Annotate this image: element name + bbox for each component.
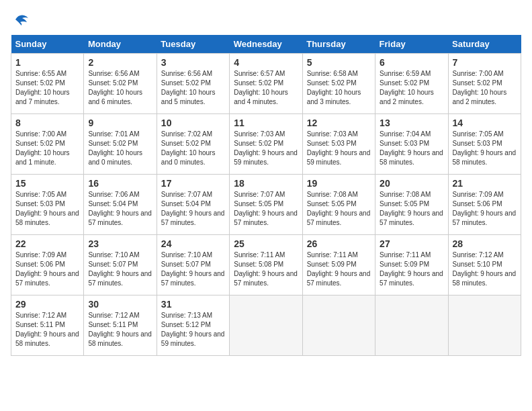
day-info: Sunrise: 7:11 AM Sunset: 5:09 PM Dayligh… <box>380 251 443 287</box>
day-info: Sunrise: 7:10 AM Sunset: 5:07 PM Dayligh… <box>161 251 225 287</box>
day-info: Sunrise: 7:00 AM Sunset: 5:02 PM Dayligh… <box>15 130 70 166</box>
day-number: 19 <box>307 178 371 189</box>
day-cell-30: 30 Sunrise: 7:12 AM Sunset: 5:11 PM Dayl… <box>84 295 157 356</box>
day-number: 4 <box>234 57 298 68</box>
day-number: 29 <box>15 299 79 310</box>
day-number: 17 <box>161 178 225 189</box>
day-number: 27 <box>380 238 443 249</box>
day-cell-22: 22 Sunrise: 7:09 AM Sunset: 5:06 PM Dayl… <box>11 235 84 295</box>
day-number: 15 <box>15 178 79 189</box>
day-info: Sunrise: 6:56 AM Sunset: 5:02 PM Dayligh… <box>88 70 142 105</box>
day-info: Sunrise: 7:07 AM Sunset: 5:04 PM Dayligh… <box>161 191 225 226</box>
day-number: 26 <box>307 238 371 249</box>
day-info: Sunrise: 7:07 AM Sunset: 5:05 PM Dayligh… <box>234 191 298 226</box>
day-number: 3 <box>161 57 225 68</box>
day-number: 30 <box>88 299 152 310</box>
day-cell-8: 8 Sunrise: 7:00 AM Sunset: 5:02 PM Dayli… <box>11 114 84 175</box>
day-cell-11: 11 Sunrise: 7:03 AM Sunset: 5:02 PM Dayl… <box>230 114 302 175</box>
day-header-monday: Monday <box>84 35 157 54</box>
page-header <box>11 11 521 27</box>
day-cell-10: 10 Sunrise: 7:02 AM Sunset: 5:02 PM Dayl… <box>157 114 229 175</box>
day-info: Sunrise: 7:03 AM Sunset: 5:02 PM Dayligh… <box>234 130 298 166</box>
day-info: Sunrise: 7:09 AM Sunset: 5:06 PM Dayligh… <box>453 191 517 226</box>
day-cell-2: 2 Sunrise: 6:56 AM Sunset: 5:02 PM Dayli… <box>84 54 157 114</box>
week-row-5: 29 Sunrise: 7:12 AM Sunset: 5:11 PM Dayl… <box>11 295 521 356</box>
week-row-3: 15 Sunrise: 7:05 AM Sunset: 5:03 PM Dayl… <box>11 175 521 235</box>
day-header-sunday: Sunday <box>11 35 84 54</box>
day-info: Sunrise: 7:13 AM Sunset: 5:12 PM Dayligh… <box>161 312 225 347</box>
day-cell-12: 12 Sunrise: 7:03 AM Sunset: 5:03 PM Dayl… <box>302 114 375 175</box>
day-number: 10 <box>161 118 225 128</box>
day-cell-3: 3 Sunrise: 6:56 AM Sunset: 5:02 PM Dayli… <box>157 54 229 114</box>
day-number: 11 <box>234 118 298 128</box>
day-info: Sunrise: 7:08 AM Sunset: 5:05 PM Dayligh… <box>307 191 371 226</box>
day-cell-15: 15 Sunrise: 7:05 AM Sunset: 5:03 PM Dayl… <box>11 175 84 235</box>
week-row-4: 22 Sunrise: 7:09 AM Sunset: 5:06 PM Dayl… <box>11 235 521 295</box>
day-cell-27: 27 Sunrise: 7:11 AM Sunset: 5:09 PM Dayl… <box>375 235 448 295</box>
day-cell-20: 20 Sunrise: 7:08 AM Sunset: 5:05 PM Dayl… <box>375 175 448 235</box>
day-info: Sunrise: 7:05 AM Sunset: 5:03 PM Dayligh… <box>453 130 517 166</box>
day-number: 9 <box>88 118 152 128</box>
week-row-1: 1 Sunrise: 6:55 AM Sunset: 5:02 PM Dayli… <box>11 54 521 114</box>
day-number: 22 <box>15 238 79 249</box>
calendar-header-row: SundayMondayTuesdayWednesdayThursdayFrid… <box>11 35 521 54</box>
day-header-wednesday: Wednesday <box>230 35 302 54</box>
day-number: 2 <box>88 57 152 68</box>
day-number: 25 <box>234 238 298 249</box>
day-info: Sunrise: 7:04 AM Sunset: 5:03 PM Dayligh… <box>380 130 443 166</box>
day-cell-21: 21 Sunrise: 7:09 AM Sunset: 5:06 PM Dayl… <box>448 175 521 235</box>
day-info: Sunrise: 6:58 AM Sunset: 5:02 PM Dayligh… <box>307 70 361 105</box>
day-number: 24 <box>161 238 225 249</box>
empty-cell <box>375 295 448 356</box>
day-info: Sunrise: 6:59 AM Sunset: 5:02 PM Dayligh… <box>380 70 434 105</box>
day-info: Sunrise: 7:10 AM Sunset: 5:07 PM Dayligh… <box>88 251 152 287</box>
day-info: Sunrise: 7:12 AM Sunset: 5:10 PM Dayligh… <box>453 251 517 287</box>
empty-cell <box>230 295 302 356</box>
day-cell-6: 6 Sunrise: 6:59 AM Sunset: 5:02 PM Dayli… <box>375 54 448 114</box>
day-info: Sunrise: 6:57 AM Sunset: 5:02 PM Dayligh… <box>234 70 288 105</box>
day-cell-17: 17 Sunrise: 7:07 AM Sunset: 5:04 PM Dayl… <box>157 175 229 235</box>
calendar-table: SundayMondayTuesdayWednesdayThursdayFrid… <box>11 35 521 356</box>
day-number: 18 <box>234 178 298 189</box>
day-info: Sunrise: 6:56 AM Sunset: 5:02 PM Dayligh… <box>161 70 216 105</box>
day-header-saturday: Saturday <box>448 35 521 54</box>
day-cell-28: 28 Sunrise: 7:12 AM Sunset: 5:10 PM Dayl… <box>448 235 521 295</box>
day-info: Sunrise: 7:11 AM Sunset: 5:08 PM Dayligh… <box>234 251 298 287</box>
day-cell-26: 26 Sunrise: 7:11 AM Sunset: 5:09 PM Dayl… <box>302 235 375 295</box>
day-info: Sunrise: 7:01 AM Sunset: 5:02 PM Dayligh… <box>88 130 142 166</box>
day-cell-19: 19 Sunrise: 7:08 AM Sunset: 5:05 PM Dayl… <box>302 175 375 235</box>
day-cell-14: 14 Sunrise: 7:05 AM Sunset: 5:03 PM Dayl… <box>448 114 521 175</box>
day-header-friday: Friday <box>375 35 448 54</box>
week-row-2: 8 Sunrise: 7:00 AM Sunset: 5:02 PM Dayli… <box>11 114 521 175</box>
day-info: Sunrise: 6:55 AM Sunset: 5:02 PM Dayligh… <box>15 70 70 105</box>
day-number: 31 <box>161 299 225 310</box>
day-info: Sunrise: 7:05 AM Sunset: 5:03 PM Dayligh… <box>15 191 79 226</box>
logo <box>11 11 31 27</box>
day-info: Sunrise: 7:02 AM Sunset: 5:02 PM Dayligh… <box>161 130 216 166</box>
day-info: Sunrise: 7:03 AM Sunset: 5:03 PM Dayligh… <box>307 130 371 166</box>
day-number: 12 <box>307 118 371 128</box>
day-cell-23: 23 Sunrise: 7:10 AM Sunset: 5:07 PM Dayl… <box>84 235 157 295</box>
day-number: 16 <box>88 178 152 189</box>
day-number: 23 <box>88 238 152 249</box>
day-number: 5 <box>307 57 371 68</box>
day-info: Sunrise: 7:06 AM Sunset: 5:04 PM Dayligh… <box>88 191 152 226</box>
day-cell-13: 13 Sunrise: 7:04 AM Sunset: 5:03 PM Dayl… <box>375 114 448 175</box>
day-cell-4: 4 Sunrise: 6:57 AM Sunset: 5:02 PM Dayli… <box>230 54 302 114</box>
empty-cell <box>448 295 521 356</box>
logo-bird-icon <box>12 13 30 26</box>
day-cell-31: 31 Sunrise: 7:13 AM Sunset: 5:12 PM Dayl… <box>157 295 229 356</box>
day-cell-24: 24 Sunrise: 7:10 AM Sunset: 5:07 PM Dayl… <box>157 235 229 295</box>
day-number: 13 <box>380 118 443 128</box>
day-number: 1 <box>15 57 79 68</box>
day-cell-5: 5 Sunrise: 6:58 AM Sunset: 5:02 PM Dayli… <box>302 54 375 114</box>
day-number: 20 <box>380 178 443 189</box>
day-number: 28 <box>453 238 517 249</box>
day-number: 7 <box>453 57 517 68</box>
day-number: 6 <box>380 57 443 68</box>
day-cell-7: 7 Sunrise: 7:00 AM Sunset: 5:02 PM Dayli… <box>448 54 521 114</box>
day-number: 21 <box>453 178 517 189</box>
day-cell-29: 29 Sunrise: 7:12 AM Sunset: 5:11 PM Dayl… <box>11 295 84 356</box>
day-info: Sunrise: 7:00 AM Sunset: 5:02 PM Dayligh… <box>453 70 507 105</box>
empty-cell <box>302 295 375 356</box>
